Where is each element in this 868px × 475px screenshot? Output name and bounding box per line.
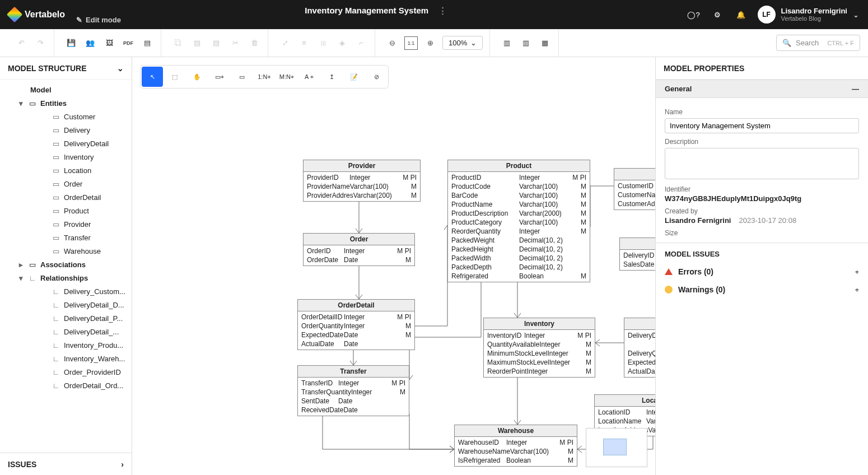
entity-deliverydetail[interactable]: DeliveryDetailDeliveryDetailIDIntegerM P…: [624, 318, 655, 378]
pan-tool[interactable]: ✋: [186, 67, 208, 87]
save-icon[interactable]: 💾: [64, 36, 78, 50]
logo[interactable]: Vertabelo: [9, 9, 65, 20]
tree-item[interactable]: ∟Order_ProviderID: [0, 365, 132, 379]
entity-column: ActualDateDate: [298, 339, 414, 348]
issues-panel-toggle[interactable]: ISSUES ›: [0, 453, 132, 475]
share-icon[interactable]: 👥: [83, 36, 97, 50]
layers-icon[interactable]: ◈: [335, 36, 349, 50]
sql-icon[interactable]: ▤: [141, 36, 154, 50]
tree-item[interactable]: ▭Location: [0, 164, 132, 177]
route-icon[interactable]: ⌐: [354, 36, 368, 50]
entity-order[interactable]: OrderOrderIDIntegerM PIOrderDateDateM: [303, 233, 415, 266]
gear-icon[interactable]: ⚙: [711, 8, 724, 21]
copy-icon[interactable]: ⿻: [171, 36, 185, 50]
align-h-icon[interactable]: ≡: [297, 36, 311, 50]
tree-item[interactable]: ▭Warehouse: [0, 244, 132, 258]
rel-1n-tool[interactable]: 1:N+: [254, 67, 275, 87]
zoom-fit-icon[interactable]: 1:1: [404, 36, 418, 50]
help-icon[interactable]: ◯?: [687, 8, 701, 21]
model-properties-header: MODEL PROPERTIES: [656, 57, 868, 80]
model-structure-header[interactable]: MODEL STRUCTURE ⌄: [0, 57, 132, 80]
tree-item[interactable]: ∟DeliveryDetail_P...: [0, 311, 132, 325]
tree-item[interactable]: ▭Order: [0, 177, 132, 190]
entity-column: ProviderAddresVarchar(200)M: [304, 191, 420, 200]
tree-item[interactable]: ∟OrderDetail_Ord...: [0, 379, 132, 392]
tree-item[interactable]: ∟Inventory_Wareh...: [0, 352, 132, 365]
tree-item[interactable]: ∟DeliveryDetail_D...: [0, 298, 132, 311]
table-icon: ▭: [28, 99, 37, 108]
duplicate-icon[interactable]: ▨: [209, 36, 223, 50]
resize-icon[interactable]: ⤢: [278, 36, 292, 50]
errors-row[interactable]: Errors (0) +: [665, 263, 859, 281]
tree-item[interactable]: ∟DeliveryDetail_...: [0, 325, 132, 338]
image-icon[interactable]: 🖼: [102, 36, 116, 50]
warnings-row[interactable]: Warnings (0) +: [665, 281, 859, 299]
entity-product[interactable]: ProductProductIDIntegerM PIProductCodeVa…: [447, 160, 590, 282]
marquee-tool[interactable]: ⬚: [164, 67, 185, 87]
tree-group-entities[interactable]: ▾▭Entities: [0, 96, 132, 110]
edit-mode-indicator[interactable]: ✎ Edit mode: [76, 16, 687, 24]
tree-item[interactable]: ▭Transfer: [0, 231, 132, 244]
tree-item[interactable]: ▭Inventory: [0, 150, 132, 164]
cut-icon[interactable]: ✂: [228, 36, 242, 50]
trash-icon[interactable]: 🗑: [248, 36, 261, 50]
tree-group-relationships[interactable]: ▾∟Relationships: [0, 271, 132, 285]
search-input[interactable]: 🔍 Search CTRL + F: [776, 35, 860, 51]
error-icon: [665, 268, 673, 275]
left-panel: MODEL STRUCTURE ⌄ Model▾▭Entities▭Custom…: [0, 57, 132, 475]
table-icon: ∟: [52, 341, 60, 350]
shortcut-tool[interactable]: ↥: [321, 67, 342, 87]
model-name-input[interactable]: [665, 118, 859, 133]
undo-icon[interactable]: ↶: [15, 36, 28, 50]
tree-item[interactable]: ▭Provider: [0, 217, 132, 231]
select-tool[interactable]: ↖: [142, 67, 163, 87]
area-tool[interactable]: ⊘: [366, 67, 387, 87]
entity-delivery[interactable]: DeliveryDeliveryIDIntegerM PISalesDateIn…: [619, 238, 655, 271]
entity-customer[interactable]: CustomerCustomerIDIntegerM PICustomerNam…: [614, 168, 655, 210]
rel-mn-tool[interactable]: M:N+: [276, 67, 297, 87]
redo-icon[interactable]: ↷: [34, 36, 47, 50]
new-view-tool[interactable]: ▭: [231, 67, 253, 87]
tree-item[interactable]: ▭Product: [0, 204, 132, 217]
model-tree: Model▾▭Entities▭Customer▭Delivery▭Delive…: [0, 80, 132, 453]
general-section[interactable]: General—: [656, 80, 868, 98]
tree-item[interactable]: ∟Delivery_Custom...: [0, 285, 132, 298]
note-tool[interactable]: 📝: [343, 67, 365, 87]
tree-item[interactable]: ▭OrderDetail: [0, 190, 132, 204]
tree-root[interactable]: Model: [0, 83, 132, 96]
panel-left-icon[interactable]: ▥: [500, 36, 514, 50]
tree-item[interactable]: ▭Customer: [0, 110, 132, 123]
entity-header: Inventory: [484, 318, 595, 330]
pdf-icon[interactable]: PDF: [122, 36, 135, 50]
tree-item[interactable]: ▭DeliveryDetail: [0, 137, 132, 150]
entity-orderdetail[interactable]: OrderDetailOrderDetailIDIntegerM PIOrder…: [297, 299, 415, 350]
minimap[interactable]: [586, 428, 647, 467]
canvas[interactable]: ProviderProviderIDIntegerM PIProviderNam…: [132, 57, 655, 475]
tree-item[interactable]: ▭Delivery: [0, 123, 132, 137]
minimap-toggle-icon[interactable]: ▦: [538, 36, 552, 50]
main-toolbar: ↶ ↷ 💾 👥 🖼 PDF ▤ ⿻ ▧ ▨ ✂ 🗑 ⤢ ≡ ⫼ ◈ ⌐ ⊖ 1:…: [0, 29, 868, 57]
zoom-out-icon[interactable]: ⊖: [385, 36, 399, 50]
entity-warehouse[interactable]: WarehouseWarehouseIDIntegerM PIWarehouse…: [454, 425, 577, 467]
entity-transfer[interactable]: TransferTransferIDIntegerM PITransferQua…: [297, 365, 409, 416]
entity-header: Order: [304, 234, 414, 245]
tree-group-associations[interactable]: ▸▭Associations: [0, 258, 132, 271]
entity-header: Customer: [614, 169, 655, 180]
zoom-in-icon[interactable]: ⊕: [423, 36, 437, 50]
tree-item[interactable]: ∟Inventory_Produ...: [0, 338, 132, 352]
new-table-tool[interactable]: ▭+: [209, 67, 230, 87]
panel-right-icon[interactable]: ▥: [519, 36, 533, 50]
rel-a-tool[interactable]: A +: [298, 67, 320, 87]
table-icon: ∟: [52, 314, 60, 323]
user-menu[interactable]: LF Lisandro Fernigrini Vertabelo Blog ⌄: [758, 6, 859, 24]
paste-icon[interactable]: ▧: [190, 36, 204, 50]
entity-column: TransferIDIntegerM PI: [298, 379, 409, 388]
bell-icon[interactable]: 🔔: [734, 8, 748, 21]
align-v-icon[interactable]: ⫼: [316, 36, 330, 50]
entity-inventory[interactable]: InventoryInventoryIDIntegerM PIQuantityA…: [483, 318, 595, 378]
table-icon: ∟: [52, 354, 60, 363]
entity-provider[interactable]: ProviderProviderIDIntegerM PIProviderNam…: [303, 160, 421, 202]
entity-column: InventoryIDIntegerM PI: [484, 331, 595, 340]
description-input[interactable]: [665, 148, 859, 179]
zoom-select[interactable]: 100%⌄: [442, 36, 483, 50]
